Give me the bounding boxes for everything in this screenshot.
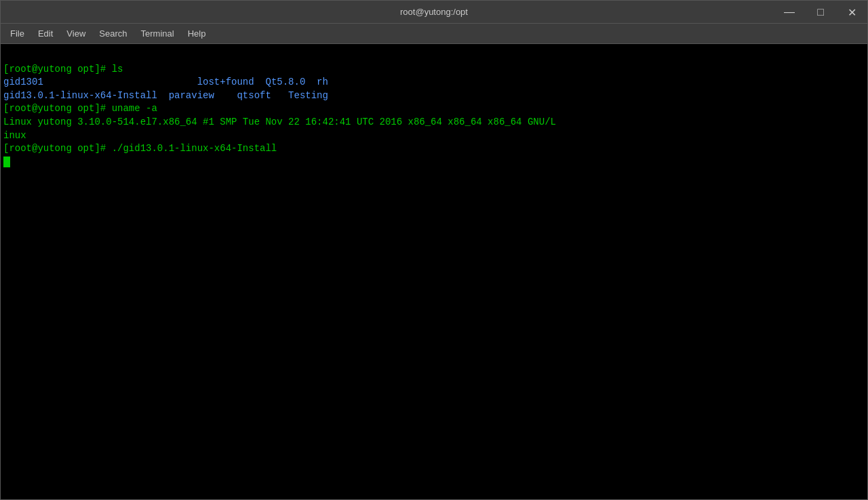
dir-gid1301: gid1301: [3, 77, 197, 87]
prompt-ls: [root@yutong opt]# ls: [3, 64, 123, 75]
dir-paraview: paraview: [169, 90, 237, 101]
dir-testing: Testing: [288, 90, 328, 101]
terminal-content: [root@yutong opt]# ls gid1301 lost+found…: [3, 49, 865, 182]
close-button[interactable]: ✕: [836, 1, 867, 24]
terminal-body[interactable]: [root@yutong opt]# ls gid1301 lost+found…: [1, 44, 867, 499]
menu-help[interactable]: Help: [181, 26, 213, 41]
menu-edit[interactable]: Edit: [31, 26, 60, 41]
maximize-button[interactable]: □: [805, 1, 836, 24]
prompt-install: [root@yutong opt]# ./gid13.0.1-linux-x64…: [3, 143, 277, 154]
window-controls: — □ ✕: [774, 1, 867, 24]
window-title: root@yutong:/opt: [400, 7, 468, 17]
uname-output: Linux yutong 3.10.0-514.el7.x86_64 #1 SM…: [3, 117, 556, 127]
menu-terminal[interactable]: Terminal: [134, 26, 181, 41]
dir-qt580: Qt5.8.0: [265, 77, 317, 87]
dir-gid-install: gid13.0.1-linux-x64-Install: [3, 90, 169, 101]
prompt-uname: [root@yutong opt]# uname -a: [3, 103, 157, 114]
minimize-button[interactable]: —: [774, 1, 805, 24]
dir-lost-found: lost+found: [197, 77, 266, 87]
menu-view[interactable]: View: [60, 26, 92, 41]
terminal-window: root@yutong:/opt — □ ✕ File Edit View Se…: [0, 0, 868, 500]
menu-search[interactable]: Search: [92, 26, 134, 41]
title-bar: root@yutong:/opt — □ ✕: [1, 1, 867, 24]
dir-rh: rh: [317, 77, 328, 87]
dir-qtsoft: qtsoft: [237, 90, 288, 101]
menu-file[interactable]: File: [3, 26, 31, 41]
terminal-cursor: [3, 157, 10, 167]
menu-bar: File Edit View Search Terminal Help: [1, 24, 867, 44]
uname-output-cont: inux: [3, 130, 26, 141]
